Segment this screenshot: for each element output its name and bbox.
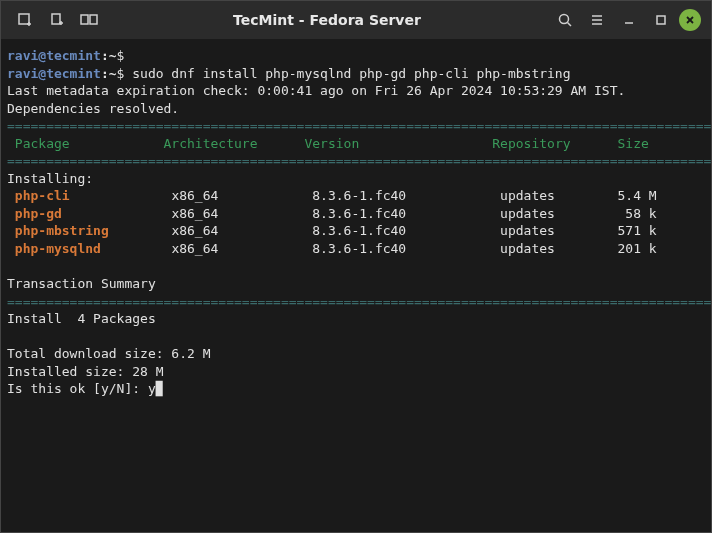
hdr-arch: Architecture xyxy=(164,136,258,151)
hdr-version: Version xyxy=(304,136,359,151)
svg-rect-14 xyxy=(657,16,665,24)
terminal-area[interactable]: ravi@tecmint:~$ravi@tecmint:~$ sudo dnf … xyxy=(1,39,711,533)
installing-label: Installing: xyxy=(7,170,705,188)
table-row: php-gd x86_64 8.3.6-1.fc40 updates 58 k xyxy=(7,205,705,223)
blank-line xyxy=(7,328,705,346)
pkg-name: php-mbstring xyxy=(15,223,109,238)
cursor-icon: ▉ xyxy=(156,381,164,396)
titlebar-right-group xyxy=(551,6,701,34)
svg-line-9 xyxy=(568,23,572,27)
pkg-version: 8.3.6-1.fc40 xyxy=(312,241,406,256)
pkg-name: php-mysqlnd xyxy=(15,241,101,256)
search-button[interactable] xyxy=(551,6,579,34)
prompt-path: :~ xyxy=(101,48,117,63)
divider-line: ========================================… xyxy=(7,293,705,311)
pkg-name: php-cli xyxy=(15,188,70,203)
pkg-size: 5.4 M xyxy=(618,188,657,203)
confirm-prompt: Is this ok [y/N]: xyxy=(7,381,148,396)
prompt-line-2: ravi@tecmint:~$ sudo dnf install php-mys… xyxy=(7,65,705,83)
pkg-arch: x86_64 xyxy=(171,206,218,221)
pkg-repo: updates xyxy=(500,241,555,256)
pkg-version: 8.3.6-1.fc40 xyxy=(312,206,406,221)
new-window-button[interactable] xyxy=(43,6,71,34)
confirm-answer: y xyxy=(148,381,156,396)
svg-rect-6 xyxy=(81,15,88,24)
confirm-line: Is this ok [y/N]: y▉ xyxy=(7,380,705,398)
pkg-arch: x86_64 xyxy=(171,223,218,238)
menu-button[interactable] xyxy=(583,6,611,34)
pkg-repo: updates xyxy=(500,188,555,203)
divider-line: ========================================… xyxy=(7,152,705,170)
install-count: Install 4 Packages xyxy=(7,310,705,328)
hdr-size: Size xyxy=(618,136,649,151)
svg-rect-3 xyxy=(52,14,60,24)
prompt-user: ravi@tecmint xyxy=(7,48,101,63)
pkg-repo: updates xyxy=(500,223,555,238)
download-size: Total download size: 6.2 M xyxy=(7,345,705,363)
pkg-arch: x86_64 xyxy=(171,241,218,256)
metadata-line: Last metadata expiration check: 0:00:41 … xyxy=(7,82,705,100)
trans-summary: Transaction Summary xyxy=(7,275,705,293)
pkg-version: 8.3.6-1.fc40 xyxy=(312,188,406,203)
close-button[interactable] xyxy=(679,9,701,31)
installed-size: Installed size: 28 M xyxy=(7,363,705,381)
pkg-arch: x86_64 xyxy=(171,188,218,203)
prompt-symbol: $ xyxy=(117,48,125,63)
split-button[interactable] xyxy=(75,6,103,34)
prompt-path: :~ xyxy=(101,66,117,81)
deps-line: Dependencies resolved. xyxy=(7,100,705,118)
maximize-button[interactable] xyxy=(647,6,675,34)
prompt-line-1: ravi@tecmint:~$ xyxy=(7,47,705,65)
svg-point-8 xyxy=(560,15,569,24)
pkg-version: 8.3.6-1.fc40 xyxy=(312,223,406,238)
prompt-symbol: $ xyxy=(117,66,125,81)
titlebar: TecMint - Fedora Server xyxy=(1,1,711,39)
pkg-size: 58 k xyxy=(618,206,657,221)
blank-line xyxy=(7,258,705,276)
table-header: Package Architecture Version Repository … xyxy=(7,135,705,153)
svg-rect-7 xyxy=(90,15,97,24)
pkg-name: php-gd xyxy=(15,206,62,221)
minimize-button[interactable] xyxy=(615,6,643,34)
titlebar-left-group xyxy=(11,6,103,34)
command-text: sudo dnf install php-mysqlnd php-gd php-… xyxy=(132,66,570,81)
pkg-repo: updates xyxy=(500,206,555,221)
table-row: php-mbstring x86_64 8.3.6-1.fc40 updates… xyxy=(7,222,705,240)
pkg-size: 571 k xyxy=(618,223,657,238)
prompt-user: ravi@tecmint xyxy=(7,66,101,81)
hdr-repo: Repository xyxy=(492,136,570,151)
hdr-package: Package xyxy=(7,136,70,151)
divider-line: ========================================… xyxy=(7,117,705,135)
table-row: php-cli x86_64 8.3.6-1.fc40 updates 5.4 … xyxy=(7,187,705,205)
pkg-size: 201 k xyxy=(618,241,657,256)
svg-rect-0 xyxy=(19,14,29,24)
window-title: TecMint - Fedora Server xyxy=(109,12,545,28)
new-tab-button[interactable] xyxy=(11,6,39,34)
table-row: php-mysqlnd x86_64 8.3.6-1.fc40 updates … xyxy=(7,240,705,258)
